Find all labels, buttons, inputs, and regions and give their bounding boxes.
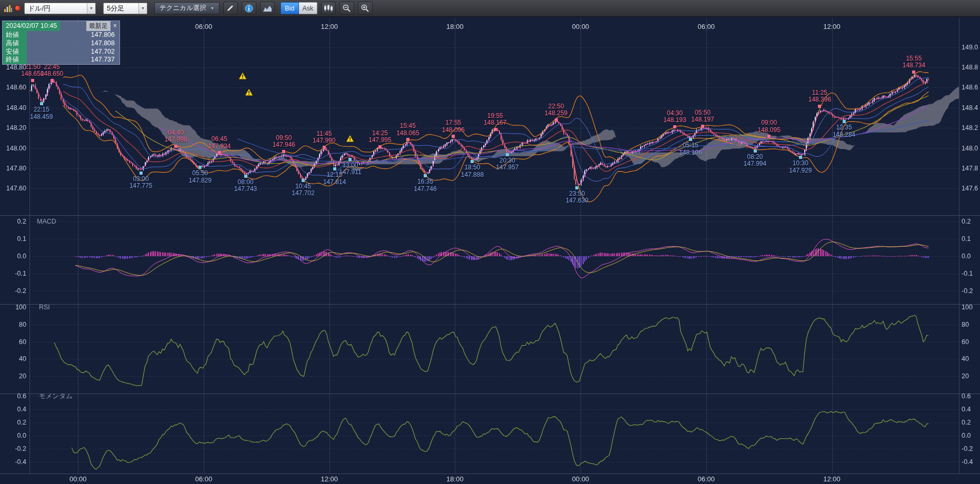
info-button[interactable]: [242, 2, 256, 15]
swing-marker-high: [767, 135, 771, 138]
low-value: 147.702: [91, 48, 119, 56]
time-axis-label-bottom: 06:00: [195, 475, 213, 483]
time-axis-label-top: 18:00: [446, 23, 464, 31]
swing-marker-low: [506, 153, 509, 156]
latest-bar-badge: 最新足: [86, 21, 111, 31]
swing-annotation-low: 05:50147.829: [189, 170, 212, 184]
app-logo-icon: [4, 4, 13, 13]
time-axis-label-bottom: 00:00: [572, 475, 589, 483]
panel-title-macd: MACD: [37, 218, 56, 225]
momentum-axis-tick-left: 0.4: [17, 406, 26, 413]
swing-marker-high: [323, 146, 326, 149]
symbol-select-value: ドル/円: [28, 4, 51, 13]
swing-marker-high: [818, 105, 821, 108]
swing-annotation-low: 22:15148.459: [30, 106, 53, 120]
swing-marker-low: [139, 172, 143, 175]
swing-annotation-low: 08:20147.994: [744, 154, 766, 168]
swing-annotation-low: 10:45147.702: [292, 183, 314, 197]
panel-title-momentum: モメンタム: [39, 392, 73, 401]
swing-annotation-high: 14:25147.995: [368, 130, 391, 144]
candlestick-chart-button[interactable]: [321, 2, 336, 15]
price-axis-tick-right: 148.6: [962, 84, 978, 91]
swing-marker-low: [754, 149, 757, 153]
momentum-axis-tick-left: 0.2: [17, 419, 26, 426]
macd-axis-tick-right: -0.1: [962, 270, 973, 277]
swing-annotation-low: 03:00147.775: [129, 176, 152, 190]
chart-area: 148.80148.60148.40148.20148.00147.80147.…: [0, 17, 980, 484]
price-axis-tick-right: 147.8: [962, 165, 978, 172]
swing-marker-low: [198, 166, 202, 169]
swing-annotation-high: 06:45147.934: [208, 136, 231, 150]
swing-annotation-low: 05:15148.106: [679, 142, 702, 156]
alert-warning-icon[interactable]: [238, 72, 247, 80]
open-label: 始値: [3, 31, 27, 39]
swing-annotation-high: 15:55148.734: [903, 55, 925, 69]
momentum-axis-tick-left: 0.6: [17, 392, 26, 400]
info-icon: [245, 4, 253, 13]
swing-marker-high: [218, 151, 221, 154]
swing-marker-high: [406, 138, 409, 141]
area-chart-icon: [263, 5, 272, 12]
high-value: 147.808: [91, 39, 119, 48]
momentum-axis-tick-right: 0.2: [962, 419, 971, 426]
momentum-axis-tick-right: -0.4: [962, 458, 973, 466]
zoom-in-button[interactable]: [358, 2, 373, 15]
swing-annotation-high: 22:50148.259: [545, 103, 567, 117]
price-axis-tick-left: 147.80: [6, 165, 26, 172]
ohlc-row-low: 安値 147.702: [3, 48, 119, 56]
time-axis-label-bottom: 12:00: [321, 475, 338, 483]
rsi-axis-tick-right: 40: [962, 355, 969, 362]
swing-annotation-low: 18:50147.888: [461, 164, 484, 178]
close-icon[interactable]: ×: [111, 21, 119, 31]
candlestick-icon: [324, 4, 333, 12]
rsi-axis-tick-left: 100: [15, 304, 26, 311]
swing-annotation-low: 10:30147.929: [789, 160, 812, 174]
swing-annotation-low: 23:50147.630: [566, 190, 588, 205]
swing-marker-low: [302, 179, 305, 182]
swing-annotation-low: 08:00147.743: [234, 179, 257, 193]
ask-toggle[interactable]: Ask: [299, 2, 317, 14]
price-axis-tick-left: 147.60: [6, 185, 26, 192]
macd-axis-tick-left: -0.2: [15, 287, 26, 295]
price-axis-tick-left: 148.60: [6, 84, 26, 91]
area-chart-button[interactable]: [260, 2, 275, 15]
swing-annotation-low: 16:35147.746: [414, 178, 436, 193]
technical-select-button[interactable]: テクニカル選択 ▼: [154, 2, 219, 14]
zoom-out-button[interactable]: [339, 2, 354, 15]
swing-annotation-high: 19:55148.167: [484, 113, 506, 127]
alert-warning-icon[interactable]: [245, 88, 253, 96]
toolbar: ドル/円 ▼ 5分足 ▼ テクニカル選択 ▼ Bid Ask: [0, 0, 980, 17]
swing-marker-low: [40, 102, 43, 105]
swing-marker-low: [244, 175, 247, 178]
open-value: 147.806: [91, 31, 119, 39]
panel-title-rsi: RSI: [39, 304, 50, 311]
alert-warning-icon[interactable]: [346, 135, 354, 143]
chevron-down-icon: ▼: [138, 3, 147, 14]
macd-axis-tick-left: -0.1: [15, 270, 26, 277]
momentum-axis-tick-right: -0.2: [962, 445, 973, 452]
time-axis-label-top: 12:00: [321, 23, 338, 31]
price-axis-tick-right: 147.6: [962, 185, 978, 192]
draw-tool-button[interactable]: [223, 2, 238, 15]
macd-axis-tick-left: 0.0: [17, 253, 26, 260]
chevron-down-icon: ▼: [211, 6, 214, 10]
close-value: 147.737: [91, 56, 119, 64]
macd-axis-tick-right: 0.2: [962, 218, 971, 225]
pencil-icon: [226, 4, 234, 12]
swing-annotation-high: 11:45147.990: [313, 130, 335, 145]
swing-marker-high: [673, 125, 676, 128]
swing-marker-high: [378, 145, 382, 148]
bid-toggle[interactable]: Bid: [281, 2, 299, 14]
swing-marker-high: [31, 79, 34, 82]
ohlc-row-high: 高値 147.808: [3, 39, 119, 48]
swing-marker-high: [912, 70, 915, 74]
timeframe-select[interactable]: 5分足 ▼: [103, 3, 147, 14]
bar-datetime: 2024/02/07 10:45: [3, 21, 60, 31]
chart-overlay: 148.80148.60148.40148.20148.00147.80147.…: [0, 17, 980, 484]
price-axis-tick-right: 148.8: [962, 64, 978, 71]
price-axis-tick-left: 148.20: [6, 124, 26, 132]
swing-annotation-high: 22:45148.650: [41, 64, 63, 78]
symbol-select[interactable]: ドル/円 ▼: [24, 3, 96, 14]
technical-select-label: テクニカル選択: [159, 4, 206, 13]
time-axis-label-bottom: 12:00: [823, 475, 841, 483]
